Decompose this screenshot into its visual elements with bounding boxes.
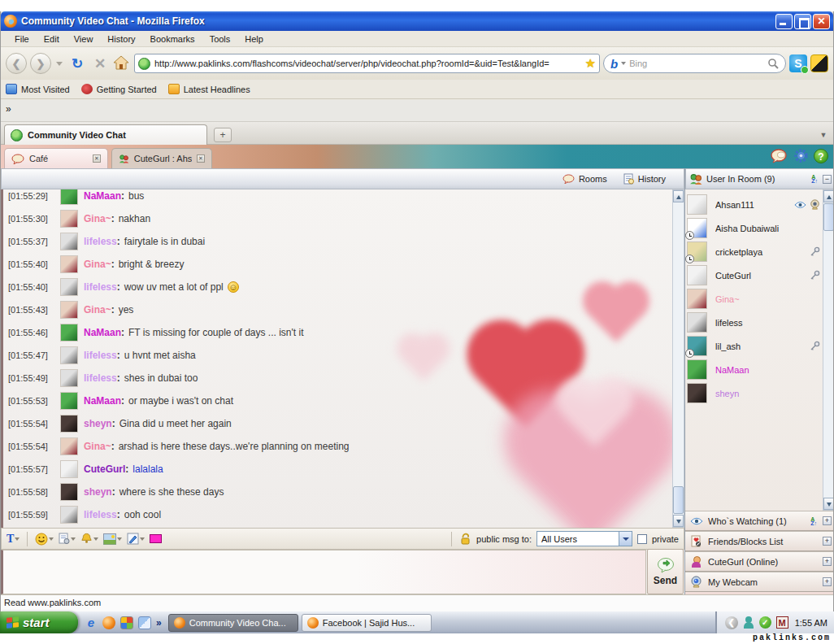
search-input[interactable]: Bing: [629, 59, 764, 68]
rooms-button[interactable]: Rooms: [556, 172, 614, 186]
webcam-icon[interactable]: [810, 199, 820, 210]
expand-panel-icon[interactable]: +: [823, 516, 832, 525]
user-list-item[interactable]: Gina~: [687, 287, 822, 311]
new-tab-button[interactable]: +: [214, 128, 232, 142]
user-avatar[interactable]: [60, 506, 78, 524]
skype-addon-icon[interactable]: [789, 54, 807, 72]
user-list-item[interactable]: sheyn: [687, 381, 822, 405]
user-name[interactable]: CuteGurl: [715, 271, 810, 281]
message-input[interactable]: [1, 550, 646, 594]
panel-cutegurl-online[interactable]: CuteGurl (Online) +: [685, 551, 833, 572]
select-dropdown-icon[interactable]: [619, 532, 632, 546]
room-tab-cafe[interactable]: Café ✕: [4, 148, 108, 168]
message-options-button[interactable]: [59, 533, 76, 545]
send-button[interactable]: Send: [647, 549, 684, 594]
menu-tools[interactable]: Tools: [202, 33, 238, 46]
scroll-up-icon[interactable]: [823, 190, 833, 202]
window-titlebar[interactable]: Community Video Chat - Mozilla Firefox: [1, 11, 833, 31]
messenger-tray-icon[interactable]: [743, 616, 754, 629]
user-name[interactable]: cricketplaya: [715, 247, 810, 257]
recipient-select[interactable]: All Users: [536, 531, 632, 546]
user-list-item[interactable]: NaMaan: [687, 358, 822, 381]
panel-whos-watching[interactable]: Who`s Watching (1) AZ↑ +: [685, 511, 833, 531]
user-name[interactable]: lifeless: [715, 318, 820, 328]
image-button[interactable]: [103, 533, 122, 545]
menu-file[interactable]: File: [7, 33, 37, 46]
user-name[interactable]: Gina~: [715, 294, 820, 304]
user-list-item[interactable]: lil_ash: [687, 334, 822, 358]
history-button[interactable]: History: [617, 171, 672, 187]
bookmark-latest-headlines[interactable]: Latest Headlines: [168, 84, 250, 94]
scroll-down-icon[interactable]: [673, 515, 684, 527]
mic-icon[interactable]: [810, 341, 820, 351]
user-avatar[interactable]: [60, 255, 78, 273]
babylon-addon-icon[interactable]: [810, 54, 828, 72]
m-tray-icon[interactable]: M: [776, 616, 788, 629]
user-avatar[interactable]: [60, 392, 78, 410]
explorer-icon[interactable]: [138, 616, 151, 629]
menu-edit[interactable]: Edit: [37, 33, 67, 46]
message-username[interactable]: NaMaan: [84, 190, 121, 202]
restore-button[interactable]: [794, 14, 811, 29]
menu-bookmarks[interactable]: Bookmarks: [143, 33, 202, 46]
internet-explorer-icon[interactable]: e: [85, 616, 98, 629]
user-avatar[interactable]: [60, 460, 78, 478]
user-avatar[interactable]: [60, 301, 78, 319]
panel-my-webcam[interactable]: My Webcam +: [685, 572, 833, 592]
message-username[interactable]: NaMaan: [84, 395, 121, 407]
scrollbar-thumb[interactable]: [823, 203, 833, 231]
message-username[interactable]: lifeless: [84, 372, 117, 384]
firefox-quicklaunch-icon[interactable]: [102, 616, 115, 629]
url-text[interactable]: http://www.paklinks.com/flashcoms/videoc…: [154, 59, 581, 68]
picasa-icon[interactable]: [120, 616, 133, 629]
eye-icon[interactable]: [794, 201, 806, 209]
scroll-down-icon[interactable]: [823, 498, 833, 510]
scrollbar-thumb[interactable]: [673, 486, 684, 514]
help-icon[interactable]: ?: [814, 149, 828, 163]
message-username[interactable]: lifeless: [84, 281, 117, 293]
expand-panel-icon[interactable]: +: [823, 557, 832, 566]
message-username[interactable]: lifeless: [84, 509, 117, 520]
message-scrollbar[interactable]: [672, 189, 684, 528]
expand-panel-icon[interactable]: +: [823, 577, 832, 586]
user-avatar[interactable]: [60, 346, 78, 364]
draw-button[interactable]: [127, 533, 145, 545]
close-room-tab-icon[interactable]: ✕: [197, 154, 205, 163]
search-box[interactable]: b Bing: [603, 54, 786, 73]
user-avatar[interactable]: [60, 189, 78, 205]
start-button[interactable]: start: [0, 611, 78, 633]
user-name[interactable]: Aisha Dubaiwali: [715, 224, 820, 233]
mic-icon[interactable]: [810, 246, 820, 257]
user-avatar[interactable]: [60, 278, 78, 296]
forward-button[interactable]: ❯: [30, 53, 51, 74]
emoticons-button[interactable]: [35, 533, 54, 546]
text-format-button[interactable]: T: [7, 533, 20, 546]
user-list-item[interactable]: CuteGurl: [687, 263, 822, 287]
list-all-tabs-button[interactable]: ▼: [817, 128, 830, 142]
private-checkbox[interactable]: [637, 534, 647, 544]
user-avatar[interactable]: [60, 415, 78, 433]
sort-az-icon[interactable]: AZ↑: [810, 517, 817, 525]
scroll-up-icon[interactable]: [673, 190, 684, 202]
menu-view[interactable]: View: [67, 33, 101, 46]
bookmark-most-visited[interactable]: Most Visited: [6, 84, 70, 94]
expand-panel-icon[interactable]: +: [823, 537, 832, 546]
back-button[interactable]: ❮: [6, 53, 27, 74]
message-username[interactable]: sheyn: [84, 486, 112, 498]
overflow-chevron[interactable]: »: [6, 103, 11, 115]
tray-collapse-icon[interactable]: ❮: [725, 616, 738, 629]
message-username[interactable]: Gina~: [84, 213, 111, 224]
color-swatch-button[interactable]: [150, 534, 162, 543]
collapse-panel-icon[interactable]: −: [823, 175, 832, 184]
user-list-item[interactable]: cricketplaya: [687, 240, 822, 263]
mic-icon[interactable]: [810, 270, 820, 281]
antivirus-tray-icon[interactable]: ✓: [759, 616, 771, 629]
bing-logo-icon[interactable]: b: [610, 57, 618, 71]
settings-gear-icon[interactable]: [793, 148, 809, 163]
home-button[interactable]: [113, 55, 131, 72]
user-avatar[interactable]: [60, 483, 78, 501]
user-avatar[interactable]: [60, 233, 78, 250]
history-dropdown-icon[interactable]: [56, 62, 63, 66]
user-name[interactable]: Ahsan111: [715, 200, 794, 210]
user-name[interactable]: sheyn: [715, 389, 820, 398]
